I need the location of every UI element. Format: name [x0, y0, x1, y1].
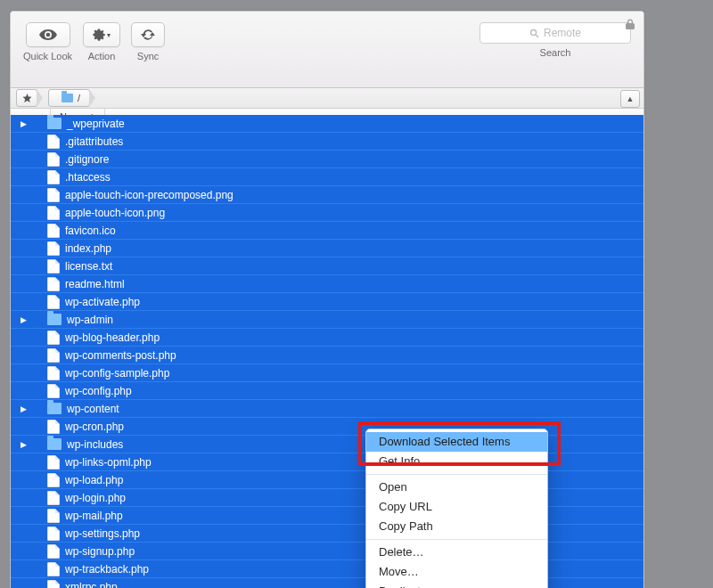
file-row[interactable]: ▶wp-activate.php: [11, 292, 643, 310]
breadcrumb-root[interactable]: /: [48, 89, 90, 107]
file-row[interactable]: ▶wp-cron.php: [11, 417, 643, 435]
menu-download[interactable]: Download Selected Items: [366, 432, 547, 452]
file-row[interactable]: ▶apple-touch-icon-precomposed.png: [11, 185, 643, 203]
file-row[interactable]: ▶readme.html: [11, 274, 643, 292]
file-browser-window: Quick Look ▾ Action Sync Remote: [10, 11, 644, 588]
quick-look-button[interactable]: [26, 22, 70, 47]
file-row[interactable]: ▶wp-admin: [11, 310, 643, 328]
file-row[interactable]: ▶wp-mail.php: [11, 506, 643, 524]
file-row[interactable]: ▶.htaccess: [11, 167, 643, 185]
file-row[interactable]: ▶.gitignore: [11, 150, 643, 167]
file-icon: [47, 188, 60, 202]
file-row[interactable]: ▶wp-trackback.php: [11, 559, 643, 577]
file-name: wp-trackback.php: [65, 563, 149, 576]
file-name: wp-links-opml.php: [65, 456, 152, 469]
quick-look-tool: Quick Look: [23, 22, 72, 61]
file-icon: [47, 473, 60, 487]
svg-line-1: [536, 35, 538, 37]
file-name: wp-includes: [67, 438, 123, 451]
search-input[interactable]: Remote: [479, 22, 631, 44]
file-icon: [47, 366, 60, 380]
file-list[interactable]: ▶_wpeprivate▶.gitattributes▶.gitignore▶.…: [11, 115, 643, 588]
folder-icon: [47, 314, 61, 325]
menu-copy-url[interactable]: Copy URL: [366, 497, 547, 517]
sync-button[interactable]: [131, 22, 165, 47]
sync-label: Sync: [137, 51, 159, 61]
file-name: license.txt: [65, 260, 112, 273]
file-row[interactable]: ▶apple-touch-icon.png: [11, 203, 643, 221]
favorites-button[interactable]: [16, 89, 37, 107]
file-icon: [47, 170, 60, 184]
file-icon: [47, 241, 60, 256]
disclosure-triangle-icon[interactable]: ▶: [20, 404, 28, 413]
file-row[interactable]: ▶wp-settings.php: [11, 524, 643, 542]
file-row[interactable]: ▶wp-content: [11, 399, 643, 417]
file-name: .htaccess: [65, 171, 111, 184]
folder-icon: [61, 94, 73, 102]
file-row[interactable]: ▶wp-blog-header.php: [11, 328, 643, 346]
file-row[interactable]: ▶.gitattributes: [11, 132, 643, 150]
breadcrumb-label: /: [78, 93, 80, 103]
toolbar: Quick Look ▾ Action Sync Remote: [11, 12, 643, 88]
file-name: wp-activate.php: [65, 296, 140, 308]
file-row[interactable]: ▶wp-config.php: [11, 381, 643, 399]
file-name: .gitignore: [65, 153, 109, 166]
file-name: wp-comments-post.php: [65, 349, 176, 362]
file-icon: [47, 580, 60, 589]
folder-icon: [47, 118, 61, 129]
menu-duplicate[interactable]: Duplicate: [366, 582, 547, 588]
file-row[interactable]: ▶license.txt: [11, 257, 643, 274]
go-up-button[interactable]: ▲: [620, 90, 640, 108]
file-icon: [47, 420, 60, 434]
file-row[interactable]: ▶_wpeprivate: [11, 115, 643, 132]
file-icon: [47, 152, 60, 167]
file-icon: [47, 206, 60, 220]
search-wrap: Remote Search: [479, 22, 631, 58]
file-name: wp-signup.php: [65, 545, 135, 558]
file-row[interactable]: ▶wp-signup.php: [11, 542, 643, 559]
file-row[interactable]: ▶favicon.ico: [11, 221, 643, 239]
file-row[interactable]: ▶wp-links-opml.php: [11, 453, 643, 470]
lock-icon: [626, 19, 635, 31]
file-icon: [47, 455, 60, 470]
file-name: wp-mail.php: [65, 510, 123, 522]
disclosure-triangle-icon[interactable]: ▶: [20, 440, 28, 449]
file-name: wp-config-sample.php: [65, 367, 169, 380]
file-icon: [47, 384, 60, 398]
file-name: apple-touch-icon-precomposed.png: [65, 189, 234, 201]
file-row[interactable]: ▶wp-login.php: [11, 488, 643, 506]
context-menu: Download Selected Items Get Info Open Co…: [365, 429, 548, 588]
file-icon: [47, 527, 60, 541]
path-bar: / ▲: [11, 88, 643, 109]
file-row[interactable]: ▶xmlrpc.php: [11, 577, 643, 588]
file-icon: [47, 295, 60, 309]
file-name: apple-touch-icon.png: [65, 207, 165, 219]
file-row[interactable]: ▶wp-load.php: [11, 470, 643, 488]
file-name: favicon.ico: [65, 225, 116, 237]
folder-icon: [47, 438, 61, 450]
file-row[interactable]: ▶wp-includes: [11, 435, 643, 453]
file-icon: [47, 544, 60, 559]
svg-point-0: [531, 29, 537, 35]
file-icon: [47, 562, 60, 576]
menu-get-info[interactable]: Get Info: [366, 452, 547, 471]
menu-open[interactable]: Open: [366, 478, 547, 497]
quick-look-label: Quick Look: [23, 51, 72, 61]
file-row[interactable]: ▶wp-comments-post.php: [11, 346, 643, 363]
file-icon: [47, 491, 60, 505]
menu-copy-path[interactable]: Copy Path: [366, 517, 547, 536]
file-name: wp-blog-header.php: [65, 331, 160, 344]
disclosure-triangle-icon[interactable]: ▶: [20, 119, 28, 128]
file-name: wp-settings.php: [65, 527, 140, 540]
sync-tool: Sync: [131, 22, 165, 61]
file-name: xmlrpc.php: [65, 581, 118, 589]
menu-delete[interactable]: Delete…: [366, 543, 547, 562]
file-icon: [47, 348, 60, 363]
disclosure-triangle-icon[interactable]: ▶: [20, 315, 28, 324]
menu-move[interactable]: Move…: [366, 562, 547, 582]
file-name: wp-config.php: [65, 385, 132, 397]
action-button[interactable]: ▾: [83, 22, 120, 47]
file-name: _wpeprivate: [67, 118, 125, 130]
file-row[interactable]: ▶index.php: [11, 239, 643, 257]
file-row[interactable]: ▶wp-config-sample.php: [11, 363, 643, 381]
